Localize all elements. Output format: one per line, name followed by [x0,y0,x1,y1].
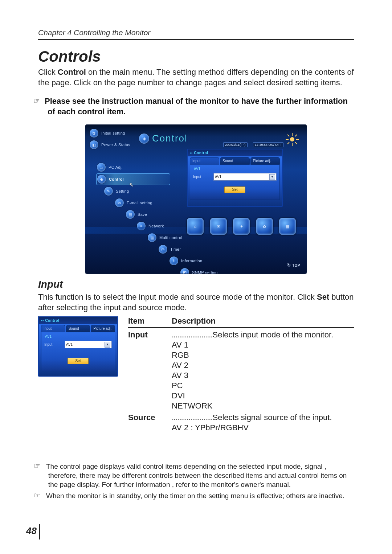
input-label: Input [193,175,211,179]
info-icon: ℹ [170,257,178,265]
chevron-down-icon: ▼ [269,174,275,180]
mini-set-button[interactable]: Set [68,358,89,364]
menu-snmp-setting[interactable]: ◩SNMP setting [180,267,218,274]
panel-subhead: AV1 [193,166,277,173]
top-link[interactable]: TOP [287,263,300,268]
sun-icon [285,132,299,147]
panel-title-prefix: ▪▪ [41,319,45,323]
time-readout: 17:49:56 ON/ OFF [253,142,283,147]
clock-icon: ◷ [159,245,167,254]
menu-label: Save [138,212,147,217]
svg-line-6 [295,142,297,144]
menu-initial-setting[interactable]: ✿Initial setting [89,128,218,139]
input-subtitle: Input [38,279,354,290]
save-icon: ▤ [126,210,135,219]
svg-point-0 [290,137,294,141]
input-select-value: AV1 [215,175,221,179]
mini-input-label: Input [44,342,62,346]
page-number-bar [39,524,40,539]
th-description: Description [172,316,216,326]
row-option: DVI [128,391,354,401]
mini-panel-title: Control [45,319,59,323]
thumb-star-icon[interactable]: ✦ [233,218,250,235]
thumb-home-icon[interactable]: ⌂ [187,218,204,235]
svg-line-7 [295,135,297,136]
section-intro: Click Control on the main menu. The sett… [38,67,354,88]
status-icon: ◧ [90,140,98,149]
tab-picture-adj[interactable]: Picture adj. [250,157,280,165]
tab-sound[interactable]: Sound [220,157,249,165]
control-panel: ▪▪ Control Input Sound Picture adj. AV1 … [187,149,283,207]
menu-label: Timer [170,247,181,251]
thumb-gear-icon[interactable]: ✿ [256,218,273,235]
svg-line-8 [287,142,289,144]
footnote-text: The control page displays valid control … [46,463,347,488]
row-option: NETWORK [128,401,354,411]
note-text: Please see the instruction manual of the… [45,97,348,116]
mini-tab-input[interactable]: Input [41,325,65,332]
monitor-icon: ▭ [97,163,106,172]
thumb-grid-icon[interactable]: ▦ [279,218,296,235]
input-intro-bold: Set [317,292,329,301]
row-option: AV 3 [128,371,354,380]
menu-information[interactable]: ℹInformation [169,255,218,266]
mini-tab-sound[interactable]: Sound [66,325,90,332]
wrench-icon: ✎ [104,187,113,196]
chevron-down-icon: ▼ [105,342,110,348]
bottom-icon-row: ⌂ ✉ ✦ ✿ ▦ [187,216,296,237]
footnote-text: When the monitor is in standby, only the… [46,492,344,500]
intro-text-a: Click [38,67,58,77]
pointing-hand-icon: ☞ [38,96,45,106]
row-option: AV 2 : YPbPr/RGBHV [128,423,354,432]
row-item: Input [128,330,172,340]
leader-dots [172,330,212,339]
item-description-table: Item Description Input Selects input mod… [128,316,354,432]
section-note: ☞Please see the instruction manual of th… [38,96,354,117]
svg-line-5 [287,135,289,136]
thumb-mail-icon[interactable]: ✉ [210,218,227,235]
pointing-hand-icon: ☞ [38,461,46,471]
menu-label: Initial setting [101,131,125,135]
menu-label: E-mail setting [127,201,152,205]
footnote-2: ☞When the monitor is in standby, only th… [38,491,354,501]
row-desc: Selects input mode of the monitor. [212,330,333,339]
mail-icon: ✉ [115,198,124,207]
panel-title-prefix: ▪▪ [190,151,194,155]
menu-timer[interactable]: ◷Timer [158,244,218,255]
row-option: AV 1 [128,340,354,350]
menu-control[interactable]: ◈Control↖ [96,173,170,185]
cursor-icon: ↖ [129,182,134,188]
input-intro: This function is to select the input mod… [38,292,354,313]
tab-input[interactable]: Input [190,157,219,165]
menu-label: Control [109,177,124,181]
menu-label: Setting [116,189,129,193]
mini-tab-picture-adj[interactable]: Picture adj. [91,325,115,332]
footnote-1: ☞The control page displays valid control… [38,461,354,489]
date-readout: 2008/1/11(Fri) [223,142,248,147]
row-option: AV 2 [128,361,354,370]
gear-icon: ✿ [90,129,98,138]
menu-label: Information [181,259,202,263]
mini-control-panel: ▪▪ Control Input Sound Picture adj. AV1 … [38,316,118,377]
snmp-icon: ◩ [180,268,189,274]
row-option: PC [128,381,354,390]
multi-icon: ▦ [148,233,156,242]
input-intro-a: This function is to select the input mod… [38,292,317,301]
section-title: Controls [38,48,354,65]
row-item: Source [128,413,172,422]
pointing-hand-icon: ☞ [38,491,46,500]
mini-screenshot: ▪▪ Control Input Sound Picture adj. AV1 … [38,316,118,375]
row-option: RGB [128,350,354,360]
menu-label: Multi control [159,235,182,240]
menu-label: PC Adj. [109,165,123,169]
footnote-separator [38,458,354,458]
page-number: 48 [26,525,37,537]
set-button[interactable]: Set [224,186,245,193]
intro-bold: Control [58,67,86,77]
mini-input-select-value: AV1 [66,342,73,346]
input-select[interactable]: AV1 ▼ [213,173,277,181]
menu-label: Power & Status [101,143,130,147]
leader-dots [172,413,212,422]
mini-input-select[interactable]: AV1 ▼ [65,341,112,348]
row-desc: Selects signal source of the input. [212,413,332,422]
